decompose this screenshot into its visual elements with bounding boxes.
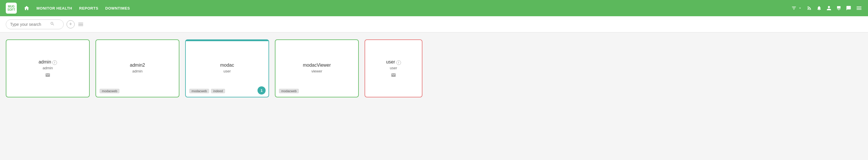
admin-card[interactable]: admin i admin <box>6 39 90 98</box>
nav-reports[interactable]: REPORTS <box>79 6 98 10</box>
logo-area: MUGSOFT <box>6 3 17 14</box>
modac-card[interactable]: modac user modacweb indeed 1 <box>185 39 269 98</box>
card-role: admin <box>42 66 53 70</box>
chat-icon[interactable] <box>846 5 851 11</box>
cards-area: admin i admin admin2 admin modacweb moda… <box>0 32 868 104</box>
card-role: admin <box>132 69 142 73</box>
card-role: user <box>223 69 230 73</box>
top-nav: MUGSOFT MONITOR HEALTH REPORTS DOWNTIMES <box>0 0 868 16</box>
card-tags: modacweb <box>279 89 299 93</box>
card-role: viewer <box>311 69 322 73</box>
search-input[interactable] <box>10 22 48 27</box>
search-box[interactable] <box>6 20 64 29</box>
card-tags: modacweb indeed <box>189 89 225 93</box>
logo: MUGSOFT <box>6 3 17 14</box>
user-card[interactable]: user i user <box>365 39 423 98</box>
nav-right-icons <box>791 5 862 11</box>
selected-top-bar <box>186 40 269 41</box>
info-icon[interactable]: i <box>52 60 57 65</box>
hamburger-icon[interactable] <box>856 5 862 11</box>
card-name: modac <box>220 62 234 68</box>
email-icon[interactable] <box>45 73 50 79</box>
menu-lines-button[interactable] <box>78 21 84 28</box>
info-icon[interactable]: i <box>396 60 401 65</box>
card-role: user <box>390 66 397 70</box>
nav-downtimes[interactable]: DOWNTIMES <box>105 6 130 10</box>
rss-icon[interactable] <box>807 5 812 11</box>
card-badge: 1 <box>257 86 266 95</box>
filter-icon[interactable] <box>791 5 802 11</box>
tag-indeed: indeed <box>211 89 225 93</box>
home-icon[interactable] <box>24 5 30 11</box>
monitor-icon[interactable] <box>836 5 841 11</box>
bell-icon[interactable] <box>816 5 822 11</box>
search-bar-area: + <box>0 16 868 32</box>
email-icon[interactable] <box>391 73 396 79</box>
card-name: admin2 <box>130 62 145 68</box>
card-name: user <box>386 59 395 64</box>
tag-modacweb: modacweb <box>279 89 299 93</box>
add-button[interactable]: + <box>66 20 75 28</box>
search-icon[interactable] <box>50 22 55 27</box>
nav-monitor-health[interactable]: MONITOR HEALTH <box>36 6 72 10</box>
admin2-card[interactable]: admin2 admin modacweb <box>95 39 179 98</box>
tag-modacweb: modacweb <box>99 89 120 93</box>
user-icon[interactable] <box>826 5 832 11</box>
tag-modacweb: modacweb <box>189 89 209 93</box>
card-name: modacViewer <box>303 62 331 68</box>
card-tags: modacweb <box>99 89 120 93</box>
card-name: admin <box>38 59 51 64</box>
modacviewer-card[interactable]: modacViewer viewer modacweb <box>275 39 359 98</box>
